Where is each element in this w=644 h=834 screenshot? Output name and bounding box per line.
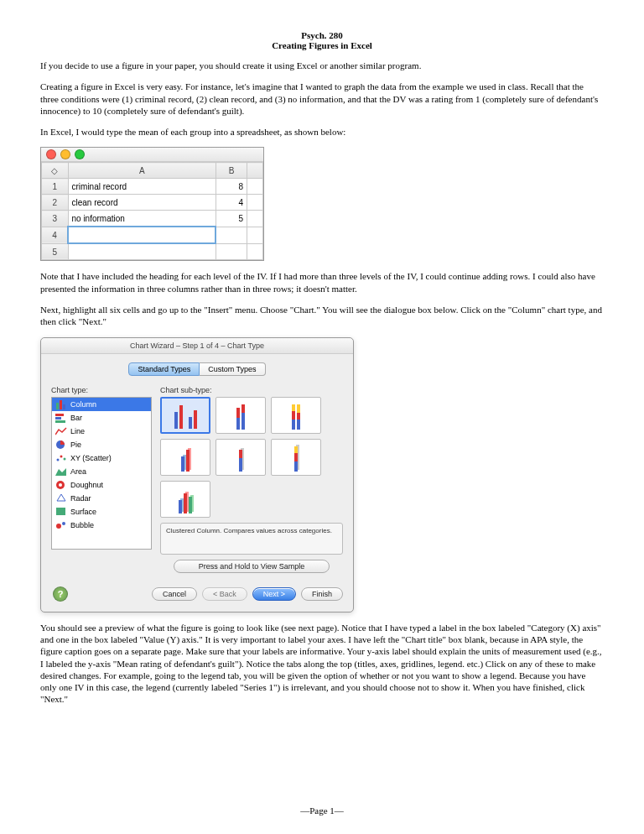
- row-header: 2: [42, 195, 69, 211]
- cell-b3: 5: [216, 211, 247, 227]
- list-item-label: Column: [70, 400, 96, 409]
- svg-rect-2: [63, 404, 65, 409]
- row-header: 5: [42, 243, 69, 260]
- view-sample-button[interactable]: Press and Hold to View Sample: [174, 560, 330, 573]
- paragraph-3: In Excel, I would type the mean of each …: [40, 126, 604, 138]
- list-item-label: XY (Scatter): [70, 454, 112, 462]
- col-header-b: B: [216, 163, 247, 179]
- header-line1: Psych. 280: [40, 30, 604, 40]
- paragraph-2: Creating a figure in Excel is very easy.…: [40, 81, 604, 117]
- svg-point-8: [60, 455, 63, 457]
- close-icon: [46, 149, 56, 159]
- list-item-label: Line: [70, 427, 85, 435]
- subtype-3d-clustered[interactable]: [160, 439, 210, 476]
- cell-b4: [216, 227, 247, 243]
- subtype-description: Clustered Column. Compares values across…: [160, 523, 343, 555]
- excel-titlebar: [41, 148, 263, 162]
- subtype-clustered-column[interactable]: [160, 397, 210, 434]
- subtype-3d-100pct[interactable]: [271, 439, 321, 476]
- tab-custom-types[interactable]: Custom Types: [200, 362, 265, 376]
- chart-type-bubble[interactable]: Bubble: [52, 519, 151, 532]
- finish-button[interactable]: Finish: [301, 587, 343, 601]
- svg-marker-10: [55, 468, 66, 476]
- back-button[interactable]: < Back: [202, 587, 247, 601]
- page-footer: —Page 1—: [0, 805, 644, 816]
- radar-icon: [55, 493, 67, 503]
- scatter-icon: [55, 453, 67, 463]
- cell-a1: criminal record: [68, 179, 216, 195]
- paragraph-4: Note that I have included the heading fo…: [40, 270, 604, 295]
- pie-icon: [55, 440, 67, 450]
- chart-subtype-label: Chart sub-type:: [160, 386, 343, 394]
- chart-type-column[interactable]: Column: [52, 398, 151, 411]
- svg-marker-13: [57, 494, 65, 501]
- svg-rect-1: [60, 400, 62, 409]
- list-item-label: Area: [70, 467, 86, 476]
- chart-type-scatter[interactable]: XY (Scatter): [52, 451, 151, 465]
- cell-b1: 8: [216, 179, 247, 195]
- excel-grid: ◇ A B 1 criminal record 8 2 clean record…: [41, 162, 263, 260]
- chart-type-area[interactable]: Area: [52, 465, 151, 478]
- help-icon[interactable]: ?: [53, 586, 68, 602]
- col-header-a: A: [68, 163, 216, 179]
- wizard-title: Chart Wizard – Step 1 of 4 – Chart Type: [41, 338, 353, 354]
- minimize-icon: [60, 149, 70, 159]
- doughnut-icon: [55, 480, 67, 490]
- cell-b5: [216, 243, 247, 260]
- excel-screenshot: ◇ A B 1 criminal record 8 2 clean record…: [40, 147, 264, 261]
- zoom-icon: [75, 149, 85, 159]
- svg-point-16: [62, 522, 65, 525]
- row-header: 1: [42, 179, 69, 195]
- svg-rect-0: [56, 403, 59, 409]
- subtype-3d-column[interactable]: [160, 481, 210, 518]
- chart-type-surface[interactable]: Surface: [52, 505, 151, 519]
- cell-a2: clean record: [68, 195, 216, 211]
- svg-point-15: [56, 524, 61, 529]
- subtype-grid: [160, 397, 343, 518]
- chart-type-label: Chart type:: [51, 386, 152, 394]
- row-header: 3: [42, 211, 69, 227]
- list-item-label: Bar: [70, 414, 82, 422]
- list-item-label: Surface: [70, 508, 96, 516]
- paragraph-5: Next, highlight all six cells and go up …: [40, 304, 604, 328]
- column-icon: [55, 399, 67, 409]
- svg-point-7: [57, 458, 60, 461]
- cell-a5: [68, 243, 216, 260]
- col-header-c: [247, 163, 263, 179]
- subtype-stacked-column[interactable]: [216, 397, 266, 434]
- select-all-cell: ◇: [42, 163, 69, 179]
- chart-type-doughnut[interactable]: Doughnut: [52, 478, 151, 492]
- chart-wizard-dialog: Chart Wizard – Step 1 of 4 – Chart Type …: [40, 337, 354, 612]
- cell-b2: 4: [216, 195, 247, 211]
- svg-rect-14: [56, 508, 65, 515]
- subtype-100pct-stacked[interactable]: [271, 397, 321, 434]
- cell-a3: no information: [68, 211, 216, 227]
- list-item-label: Pie: [70, 440, 81, 449]
- header-line2: Creating Figures in Excel: [40, 40, 604, 50]
- cell-a4: [68, 227, 216, 243]
- bubble-icon: [55, 520, 67, 530]
- line-icon: [55, 426, 67, 436]
- tab-standard-types[interactable]: Standard Types: [128, 362, 200, 376]
- svg-point-12: [59, 483, 62, 487]
- subtype-3d-stacked[interactable]: [216, 439, 266, 476]
- list-item-label: Bubble: [70, 521, 94, 529]
- doc-header: Psych. 280 Creating Figures in Excel: [40, 30, 604, 50]
- svg-rect-3: [55, 414, 64, 416]
- svg-point-9: [64, 457, 66, 460]
- next-button[interactable]: Next >: [252, 587, 296, 601]
- paragraph-6: You should see a preview of what the fig…: [40, 622, 604, 706]
- surface-icon: [55, 507, 67, 517]
- chart-type-radar[interactable]: Radar: [52, 492, 151, 505]
- bar-icon: [55, 413, 67, 423]
- chart-type-bar[interactable]: Bar: [52, 411, 151, 425]
- chart-type-line[interactable]: Line: [52, 425, 151, 438]
- svg-rect-4: [55, 417, 61, 420]
- chart-type-pie[interactable]: Pie: [52, 438, 151, 451]
- wizard-tabs: Standard Types Custom Types: [41, 354, 353, 383]
- chart-type-list[interactable]: Column Bar Line: [51, 397, 152, 550]
- svg-rect-5: [55, 420, 65, 423]
- row-header: 4: [42, 227, 69, 243]
- cancel-button[interactable]: Cancel: [152, 587, 197, 601]
- paragraph-1: If you decide to use a figure in your pa…: [40, 60, 604, 71]
